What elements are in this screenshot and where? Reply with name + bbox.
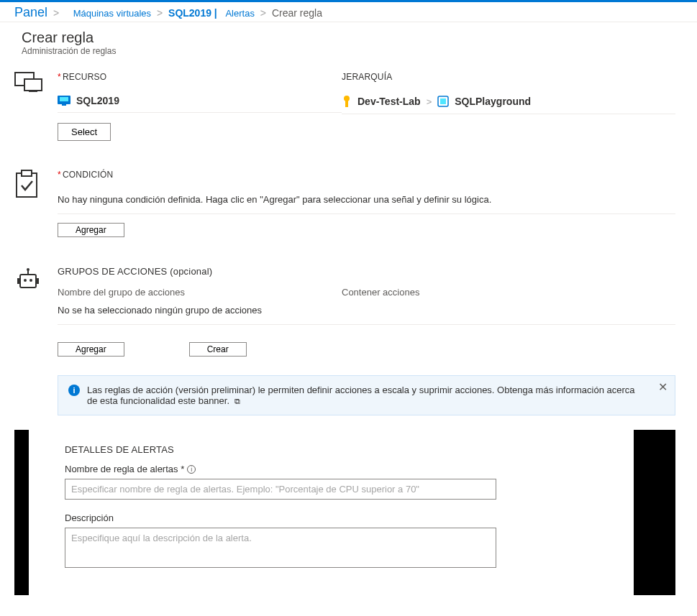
svg-rect-7: [345, 101, 348, 107]
action-groups-col1: Nombre del grupo de acciones: [58, 287, 342, 298]
resource-row: SQL2019: [58, 91, 342, 113]
banner-text: Las reglas de acción (versión preliminar…: [87, 385, 635, 406]
svg-rect-4: [60, 97, 68, 101]
close-banner-button[interactable]: ✕: [658, 380, 668, 394]
page-header: Crear regla Administración de reglas: [0, 22, 697, 58]
hierarchy-item-0: Dev-Test-Lab: [357, 96, 421, 107]
robot-icon: [14, 266, 42, 293]
rule-name-input[interactable]: [65, 479, 496, 500]
info-icon[interactable]: i: [187, 465, 196, 474]
section-alert-details: DETALLES DE ALERTAS Nombre de regla de a…: [14, 430, 675, 570]
breadcrumb-current: Crear regla: [272, 7, 322, 19]
info-icon: i: [68, 385, 80, 396]
create-action-group-button[interactable]: Crear: [189, 342, 247, 357]
action-groups-col2: Contener acciones: [342, 287, 675, 298]
dark-margins: DETALLES DE ALERTAS Nombre de regla de a…: [14, 430, 675, 570]
required-asterisk: *: [58, 170, 61, 180]
svg-point-16: [27, 268, 29, 271]
description-textarea[interactable]: [65, 528, 496, 568]
required-asterisk: *: [58, 72, 61, 82]
section-action-groups: GRUPOS DE ACCIONES (opcional) Nombre del…: [14, 266, 675, 415]
svg-text:i: i: [73, 386, 75, 395]
page-title: Crear regla: [22, 29, 675, 46]
external-link-icon[interactable]: ⧉: [234, 397, 240, 405]
resource-name: SQL2019: [76, 95, 119, 106]
chevron-right-icon: >: [53, 7, 59, 19]
rule-name-label: Nombre de regla de alertas *: [65, 464, 184, 474]
hierarchy-label: JERARQUÍA: [342, 72, 675, 82]
description-label: Descripción: [65, 512, 114, 523]
select-resource-button[interactable]: Select: [58, 123, 111, 141]
info-banner: i Las reglas de acción (versión prelimin…: [58, 375, 675, 415]
vm-icon: [58, 96, 70, 106]
clipboard-check-icon: [14, 170, 39, 198]
resource-label: RECURSO: [63, 72, 106, 82]
add-condition-button[interactable]: Agregar: [58, 223, 124, 237]
action-groups-header: GRUPOS DE ACCIONES (opcional): [58, 266, 675, 277]
svg-point-14: [29, 279, 32, 282]
action-groups-empty: No se ha seleccionado ningún grupo de ac…: [58, 305, 675, 325]
breadcrumb: Panel > Máquinas virtuales > SQL2019 | A…: [0, 2, 697, 22]
hierarchy-row: Dev-Test-Lab > SQLPlayground: [342, 91, 675, 114]
breadcrumb-sql2019[interactable]: SQL2019 |: [168, 7, 217, 19]
svg-point-6: [344, 96, 350, 101]
svg-rect-11: [22, 170, 32, 176]
section-resource: *RECURSO JERARQUÍA SQL2019: [14, 72, 675, 141]
chevron-right-icon: >: [260, 7, 266, 19]
condition-label: CONDICIÓN: [63, 170, 113, 180]
details-header: DETALLES DE ALERTAS: [65, 444, 675, 455]
breadcrumb-panel[interactable]: Panel: [14, 5, 47, 19]
hierarchy-item-1: SQLPlayground: [455, 96, 531, 107]
key-icon: [342, 95, 352, 108]
svg-rect-2: [29, 91, 37, 92]
resource-group-icon: [437, 96, 449, 107]
breadcrumb-vm[interactable]: Máquinas virtuales: [73, 8, 151, 19]
svg-point-13: [24, 279, 27, 282]
svg-rect-18: [36, 278, 39, 284]
svg-rect-12: [20, 275, 36, 288]
svg-rect-1: [24, 79, 42, 91]
chevron-right-icon: >: [427, 96, 432, 107]
svg-rect-9: [440, 98, 446, 104]
condition-empty-text: No hay ninguna condición definida. Haga …: [58, 188, 675, 214]
resource-icon: [14, 72, 43, 96]
section-condition: *CONDICIÓN No hay ninguna condición defi…: [14, 170, 675, 237]
breadcrumb-alerts[interactable]: Alertas: [225, 8, 254, 19]
add-action-group-button[interactable]: Agregar: [58, 342, 124, 357]
svg-rect-5: [62, 104, 66, 106]
page-subtitle: Administración de reglas: [22, 46, 675, 56]
chevron-right-icon: >: [157, 7, 163, 19]
svg-rect-17: [17, 278, 20, 284]
